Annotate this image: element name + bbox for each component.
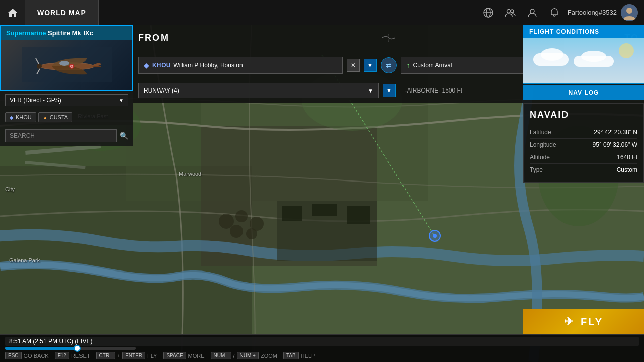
shortcut-more: SPACE MORE	[163, 352, 204, 359]
to-airport-name: Custom Arrival	[413, 62, 452, 69]
weather-display	[523, 38, 644, 83]
home-button[interactable]	[0, 0, 25, 25]
navaid-type-row: Type Custom	[530, 164, 637, 176]
svg-point-15	[59, 61, 69, 66]
shortcut-fly: CTRL + ENTER FLY	[96, 352, 157, 359]
aircraft-title: Supermarine Spitfire Mk IXc	[1, 26, 132, 40]
num-minus-key[interactable]: NUM -	[211, 352, 231, 359]
waypoint-custa[interactable]: ▲ CUSTA	[38, 112, 72, 122]
svg-point-4	[507, 9, 510, 13]
chevron-icon: ▼	[368, 88, 373, 94]
globe-icon[interactable]	[479, 4, 497, 22]
go-back-label: GO BACK	[24, 353, 49, 359]
num-plus-key[interactable]: NUM +	[237, 352, 259, 359]
profile-icon[interactable]	[523, 4, 541, 22]
time-slider[interactable]	[5, 347, 136, 350]
from-airport-input[interactable]: ◆ KHOU William P Hobby, Houston	[138, 57, 343, 74]
time-label: 8:51 AM (2:51 PM UTC) (LIVE)	[5, 337, 639, 346]
navaid-altitude-row: Altitude 1640 Ft	[530, 151, 637, 164]
plus-separator: +	[117, 353, 120, 359]
swap-airports-button[interactable]: ⇄	[381, 57, 397, 73]
top-bar: WORLD MAP	[0, 0, 644, 25]
esc-key[interactable]: ESC	[5, 352, 22, 359]
bottom-bar: 8:51 AM (2:51 PM UTC) (LIVE) ESC GO BACK…	[0, 334, 644, 362]
reset-label: RESET	[71, 353, 90, 359]
f12-key[interactable]: F12	[55, 352, 69, 359]
tab-key[interactable]: TAB	[283, 352, 299, 359]
shortcut-reset: F12 RESET	[55, 352, 90, 359]
time-bar: 8:51 AM (2:51 PM UTC) (LIVE)	[0, 335, 644, 351]
fly-button[interactable]: ✈ FLY	[523, 309, 644, 334]
fly-shortcut-label: FLY	[147, 353, 157, 359]
help-label: HELP	[301, 353, 315, 359]
svg-marker-0	[8, 9, 17, 17]
fly-label: FLY	[581, 316, 603, 328]
tri-icon: ▲	[43, 115, 48, 120]
arr-dot-icon: ↑	[407, 61, 410, 69]
svg-point-5	[511, 10, 514, 13]
navaid-altitude-value: 1640 Ft	[617, 154, 637, 161]
top-right-icons: Fartoolong#3532	[479, 4, 644, 22]
nav-mode-section: VFR (Direct - GPS) ▼	[0, 91, 133, 109]
world-map-tab[interactable]: WORLD MAP	[25, 0, 99, 25]
navaid-type-value: Custom	[617, 166, 637, 173]
username-text: Fartoolong#3532	[568, 9, 617, 16]
friends-icon[interactable]	[501, 4, 519, 22]
location-marker[interactable]	[429, 230, 441, 242]
search-input[interactable]	[5, 129, 117, 142]
navaid-altitude-label: Altitude	[530, 154, 550, 161]
navaid-type-label: Type	[530, 166, 543, 173]
shortcut-help: TAB HELP	[283, 352, 315, 359]
navaid-title: NAVAID	[530, 110, 637, 120]
right-panel: FLIGHT CONDITIONS NAV LOG	[523, 25, 644, 100]
shortcuts-bar: ESC GO BACK F12 RESET CTRL + ENTER FLY S…	[0, 351, 644, 360]
ctrl-key[interactable]: CTRL	[96, 352, 115, 359]
svg-rect-30	[282, 206, 302, 221]
from-airport-name: William P Hobby, Houston	[173, 62, 243, 69]
waypoint-pills: ◆ KHOU ▲ CUSTA	[0, 109, 133, 125]
space-key[interactable]: SPACE	[163, 352, 186, 359]
nav-mode-dropdown[interactable]: VFR (Direct - GPS) ▼	[5, 94, 128, 106]
svg-point-18	[71, 66, 72, 67]
svg-point-27	[230, 225, 243, 238]
aircraft-model: Spitfire Mk IXc	[46, 29, 93, 37]
from-airport-clear[interactable]: ✕	[347, 59, 360, 72]
navaid-latitude-row: Latitude 29° 42' 20.38" N	[530, 126, 637, 139]
svg-point-28	[246, 228, 257, 239]
slash-separator: /	[233, 353, 235, 359]
navaid-latitude-value: 29° 42' 20.38" N	[594, 129, 637, 136]
runway-dropdown[interactable]: ▼	[383, 84, 396, 97]
fly-plane-icon: ✈	[564, 315, 575, 328]
time-slider-handle[interactable]	[74, 345, 81, 352]
aircraft-panel: Supermarine Spitfire Mk IXc	[0, 25, 133, 91]
svg-rect-31	[312, 204, 337, 216]
from-airport-code: KHOU	[152, 62, 170, 69]
svg-point-25	[235, 210, 248, 222]
nav-dot-icon: ◆	[144, 61, 149, 69]
search-icon: 🔍	[120, 132, 128, 140]
svg-point-24	[219, 214, 234, 229]
bell-icon[interactable]	[545, 4, 564, 22]
svg-point-9	[626, 8, 632, 14]
navaid-longitude-row: Longitude 95° 09' 32.06" W	[530, 139, 637, 151]
nav-log-button[interactable]: NAV LOG	[523, 85, 644, 100]
runway-select[interactable]: RUNWAY (4) ▼	[138, 83, 379, 98]
enter-key[interactable]: ENTER	[122, 352, 145, 359]
username-area[interactable]: Fartoolong#3532	[568, 4, 638, 21]
svg-point-12	[37, 64, 42, 69]
navaid-longitude-label: Longitude	[530, 141, 556, 148]
from-airport-dropdown[interactable]: ▼	[364, 59, 377, 72]
navaid-latitude-label: Latitude	[530, 129, 551, 136]
time-slider-track	[5, 347, 77, 350]
shortcut-go-back: ESC GO BACK	[5, 352, 49, 359]
zoom-label: ZOOM	[261, 353, 277, 359]
flight-conditions-panel: FLIGHT CONDITIONS	[523, 25, 644, 84]
navaid-longitude-value: 95° 09' 32.06" W	[593, 141, 637, 148]
shortcut-zoom: NUM - / NUM + ZOOM	[211, 352, 277, 359]
waypoint-khou[interactable]: ◆ KHOU	[5, 112, 36, 122]
nav-icon: ◆	[10, 115, 14, 120]
flight-conditions-title: FLIGHT CONDITIONS	[523, 25, 644, 38]
search-box: 🔍	[0, 125, 133, 146]
aircraft-brand: Supermarine	[6, 29, 46, 37]
aircraft-image	[1, 40, 132, 90]
